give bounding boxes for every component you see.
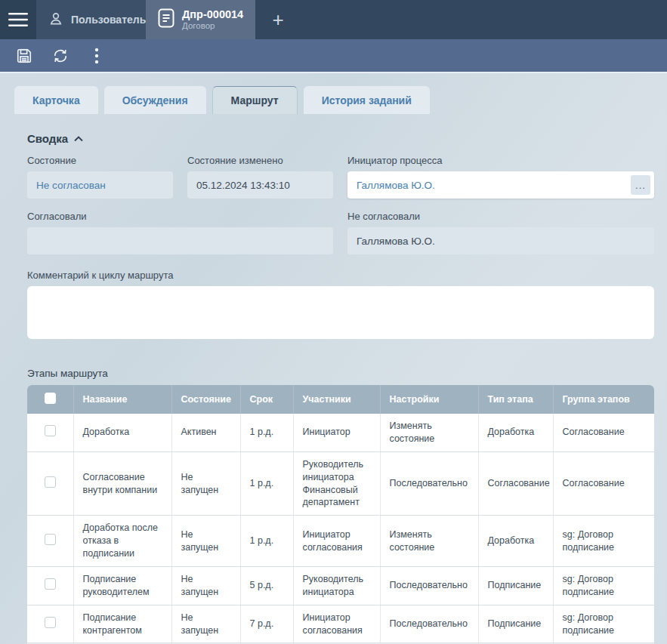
table-row[interactable]: Доработка Активен 1 р.д. Инициатор Измен… bbox=[27, 414, 654, 451]
cell-type: Подписание bbox=[478, 566, 553, 605]
column-header-stage-type[interactable]: Тип этапа bbox=[478, 385, 553, 414]
column-header-name[interactable]: Название bbox=[73, 385, 171, 414]
tab-card[interactable]: Карточка bbox=[14, 86, 98, 114]
cell-group: Согласование bbox=[553, 451, 654, 516]
collapse-summary-chevron-icon[interactable] bbox=[74, 136, 83, 142]
select-all-checkbox[interactable] bbox=[45, 393, 56, 404]
column-header-settings[interactable]: Настройки bbox=[380, 385, 478, 414]
document-window-tab[interactable]: Дпр-000014 Договор bbox=[146, 0, 255, 39]
refresh-button[interactable] bbox=[45, 42, 76, 69]
table-row[interactable]: Подписание руководителем Не запущен 5 р.… bbox=[27, 566, 654, 605]
document-tab-text: Дпр-000014 Договор bbox=[182, 8, 243, 31]
user-icon bbox=[48, 11, 63, 29]
cell-term: 7 р.д. bbox=[240, 605, 293, 643]
cell-group: sg: Договор подписание bbox=[553, 566, 654, 605]
action-toolbar bbox=[0, 39, 667, 73]
cell-term: 1 р.д. bbox=[240, 451, 293, 516]
stages-header-row: Название Состояние Срок Участники Настро… bbox=[27, 385, 654, 414]
document-icon bbox=[158, 8, 174, 31]
cell-group: sg: Договор подписание bbox=[553, 605, 654, 643]
comment-textarea[interactable] bbox=[27, 286, 654, 339]
user-window-tab[interactable]: Пользователь bbox=[36, 0, 146, 39]
initiator-value[interactable]: Галлямова Ю.О. bbox=[357, 180, 435, 191]
row-checkbox[interactable] bbox=[45, 534, 56, 545]
table-row[interactable]: Доработка после отказа в подписании Не з… bbox=[27, 516, 654, 567]
stages-table: Название Состояние Срок Участники Настро… bbox=[27, 385, 654, 643]
document-tab-title: Дпр-000014 bbox=[182, 8, 243, 21]
row-checkbox[interactable] bbox=[45, 476, 56, 488]
tab-task-history[interactable]: История заданий bbox=[304, 86, 430, 114]
cell-state: Не запущен bbox=[171, 451, 240, 516]
not-approved-field-group: Не согласовали Галлямова Ю.О. bbox=[347, 211, 654, 254]
state-label: Состояние bbox=[27, 155, 173, 166]
row-checkbox[interactable] bbox=[45, 578, 56, 590]
save-button[interactable] bbox=[9, 42, 39, 69]
initiator-field[interactable]: Галлямова Ю.О. ... bbox=[347, 171, 654, 199]
summary-section-header: Сводка bbox=[27, 132, 654, 145]
cell-group: sg: Договор подписание bbox=[553, 516, 654, 567]
column-header-state[interactable]: Состояние bbox=[171, 385, 240, 414]
approved-field bbox=[27, 227, 333, 254]
comment-label: Комментарий к циклу маршрута bbox=[27, 270, 654, 281]
initiator-label: Инициатор процесса bbox=[347, 155, 654, 166]
window-topbar: Пользователь Дпр-000014 Договор + bbox=[0, 0, 667, 39]
cell-state: Активен bbox=[171, 414, 240, 451]
cell-state: Не запущен bbox=[171, 516, 240, 567]
row-checkbox[interactable] bbox=[45, 617, 56, 628]
approved-label: Согласовали bbox=[27, 211, 333, 222]
cell-term: 5 р.д. bbox=[240, 566, 293, 605]
row-checkbox[interactable] bbox=[45, 425, 56, 436]
cell-participants: Инициатор согласования bbox=[293, 605, 380, 643]
state-field-group: Состояние Не согласован bbox=[27, 155, 173, 199]
kebab-menu-icon bbox=[94, 48, 99, 64]
column-header-stage-group[interactable]: Группа этапов bbox=[553, 385, 654, 414]
content-area: Карточка Обсуждения Маршрут История зада… bbox=[0, 73, 667, 644]
cell-participants: Инициатор согласования bbox=[293, 516, 380, 567]
cell-name: Доработка bbox=[73, 414, 171, 451]
cell-type: Доработка bbox=[478, 516, 553, 567]
column-header-term[interactable]: Срок bbox=[240, 385, 293, 414]
cell-type: Согласование bbox=[478, 451, 553, 516]
table-row[interactable]: Согласование внутри компании Не запущен … bbox=[27, 451, 654, 516]
state-changed-field-group: Состояние изменено 05.12.2024 13:43:10 bbox=[187, 155, 333, 199]
stages-table-container: Название Состояние Срок Участники Настро… bbox=[27, 385, 654, 644]
cell-term: 1 р.д. bbox=[240, 414, 293, 451]
cell-settings: Последовательно bbox=[380, 605, 478, 643]
new-tab-button[interactable]: + bbox=[255, 0, 301, 39]
cell-settings: Изменять состояние bbox=[380, 516, 478, 567]
state-changed-field: 05.12.2024 13:43:10 bbox=[187, 171, 333, 199]
card-tabstrip: Карточка Обсуждения Маршрут История зада… bbox=[0, 86, 667, 114]
hamburger-icon bbox=[8, 12, 28, 27]
cell-state: Не запущен bbox=[171, 605, 240, 643]
summary-row-1: Состояние Не согласован Состояние измене… bbox=[27, 155, 654, 199]
cell-settings: Последовательно bbox=[380, 566, 478, 605]
state-changed-label: Состояние изменено bbox=[187, 155, 333, 166]
cell-name: Подписание контрагентом bbox=[73, 605, 171, 643]
cell-name: Согласование внутри компании bbox=[73, 451, 171, 516]
summary-title: Сводка bbox=[27, 132, 68, 145]
cell-type: Подписание bbox=[478, 605, 553, 643]
tab-route[interactable]: Маршрут bbox=[212, 86, 298, 114]
cell-type: Доработка bbox=[478, 414, 553, 451]
initiator-lookup-button[interactable]: ... bbox=[631, 175, 650, 195]
summary-row-2: Согласовали Не согласовали Галлямова Ю.О… bbox=[27, 211, 654, 254]
state-field[interactable]: Не согласован bbox=[27, 171, 173, 199]
cell-participants: Руководитель инициатора bbox=[293, 566, 380, 605]
cell-settings: Последовательно bbox=[380, 451, 478, 516]
approved-field-group: Согласовали bbox=[27, 211, 333, 254]
table-row[interactable]: Подписание контрагентом Не запущен 7 р.д… bbox=[27, 605, 654, 643]
save-icon bbox=[16, 48, 32, 64]
refresh-icon bbox=[51, 48, 69, 64]
hamburger-menu-button[interactable] bbox=[0, 0, 36, 39]
more-actions-button[interactable] bbox=[82, 42, 112, 69]
cell-participants: Руководитель инициатора Финансовый депар… bbox=[293, 451, 380, 516]
not-approved-label: Не согласовали bbox=[347, 211, 654, 222]
cell-group: Согласование bbox=[553, 414, 654, 451]
cell-name: Подписание руководителем bbox=[73, 566, 171, 605]
tab-discussions[interactable]: Обсуждения bbox=[104, 86, 206, 114]
cell-name: Доработка после отказа в подписании bbox=[73, 516, 171, 567]
stages-title: Этапы маршрута bbox=[27, 368, 654, 379]
column-header-participants[interactable]: Участники bbox=[293, 385, 380, 414]
cell-term: 1 р.д. bbox=[240, 516, 293, 567]
initiator-field-group: Инициатор процесса Галлямова Ю.О. ... bbox=[347, 155, 654, 199]
